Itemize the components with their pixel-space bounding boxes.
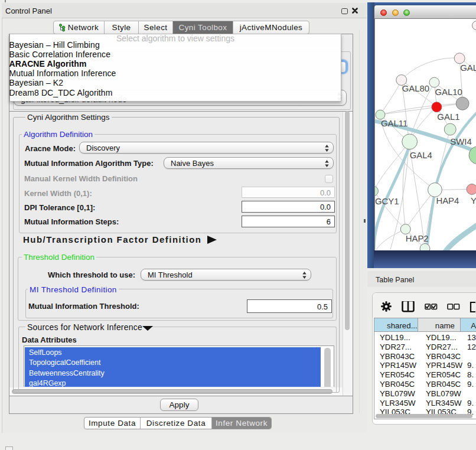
svg-text:HAP2: HAP2	[406, 234, 429, 243]
svg-text:GCY1: GCY1	[375, 197, 399, 206]
svg-text:GAL4: GAL4	[410, 151, 432, 160]
svg-text:GAL1: GAL1	[437, 112, 459, 122]
svg-text:GAL7: GAL7	[460, 63, 476, 73]
svg-text:GAL11: GAL11	[381, 119, 407, 128]
svg-text:HAP4: HAP4	[436, 196, 459, 206]
svg-text:SWI4: SWI4	[450, 137, 471, 146]
svg-text:Y: Y	[471, 196, 476, 206]
svg-text:GAL80: GAL80	[402, 84, 429, 93]
svg-text:GAL10: GAL10	[435, 87, 462, 97]
